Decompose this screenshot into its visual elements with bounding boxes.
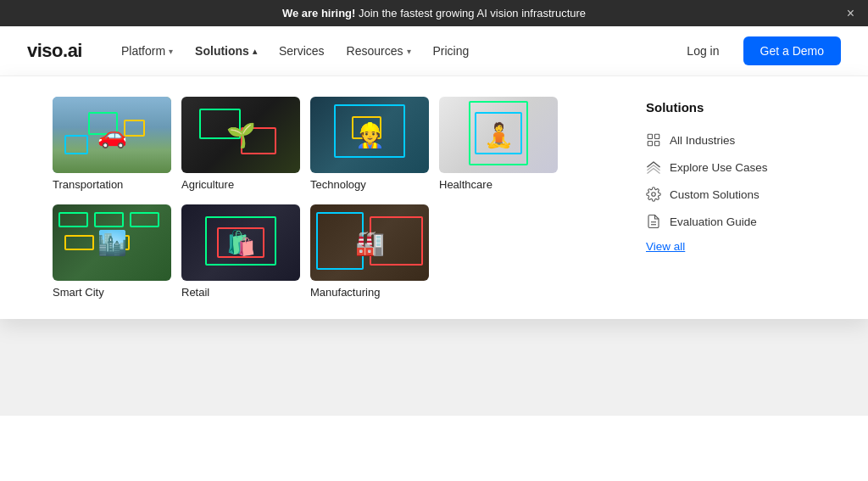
grid-icon: [646, 132, 661, 148]
solution-smart-city[interactable]: Smart City: [53, 204, 171, 299]
solution-manufacturing[interactable]: Manufacturing: [310, 204, 429, 299]
svg-rect-1: [655, 134, 659, 138]
banner-text: Join the fastest growing AI vision infra…: [359, 7, 586, 20]
navbar: viso.ai Platform ▾ Solutions ▴ Services …: [0, 26, 868, 76]
svg-rect-2: [648, 142, 652, 146]
solutions-sidebar: Solutions All Industries Explore Use Cas…: [646, 97, 815, 299]
view-all-link[interactable]: View all: [646, 240, 815, 253]
layers-icon: [646, 159, 661, 175]
announcement-banner: We are hiring! Join the fastest growing …: [0, 0, 868, 26]
demo-button[interactable]: Get a Demo: [743, 36, 841, 65]
nav-item-services[interactable]: Services: [270, 39, 333, 63]
thumb-smartcity: [53, 204, 171, 281]
solution-label-technology: Technology: [310, 178, 429, 191]
svg-rect-0: [648, 134, 652, 138]
thumb-manufacturing: [310, 204, 429, 281]
solutions-grid: Transportation Agriculture: [53, 97, 612, 299]
nav-item-resources[interactable]: Resources ▾: [338, 39, 420, 63]
thumb-retail: [181, 204, 300, 281]
solution-retail[interactable]: Retail: [181, 204, 300, 299]
doc-icon: [646, 214, 661, 229]
login-button[interactable]: Log in: [673, 37, 732, 64]
banner-close-button[interactable]: ×: [847, 6, 854, 21]
solution-label-manufacturing: Manufacturing: [310, 286, 429, 299]
svg-point-4: [652, 193, 656, 197]
platform-arrow-icon: ▾: [169, 47, 173, 56]
solution-healthcare[interactable]: Healthcare: [439, 97, 558, 191]
thumb-healthcare: [439, 97, 558, 173]
sidebar-item-explore-use-cases[interactable]: Explore Use Cases: [646, 154, 815, 181]
solution-label-retail: Retail: [181, 286, 300, 299]
dropdown-content: Transportation Agriculture: [53, 97, 815, 299]
nav-actions: Log in Get a Demo: [673, 36, 841, 65]
thumb-agriculture: [181, 97, 300, 173]
solution-agriculture[interactable]: Agriculture: [181, 97, 300, 191]
solution-label-transportation: Transportation: [53, 178, 171, 191]
gear-icon: [646, 187, 661, 202]
nav-item-solutions[interactable]: Solutions ▴: [186, 39, 265, 63]
banner-strong: We are hiring!: [282, 7, 355, 20]
sidebar-item-evaluation-guide[interactable]: Evaluation Guide: [646, 208, 815, 235]
solutions-arrow-icon: ▴: [253, 47, 257, 56]
solution-label-smart-city: Smart City: [53, 286, 171, 299]
solutions-dropdown: Transportation Agriculture: [0, 76, 868, 319]
solution-label-healthcare: Healthcare: [439, 178, 558, 191]
nav-item-platform[interactable]: Platform ▾: [113, 39, 181, 63]
nav-links: Platform ▾ Solutions ▴ Services Resource…: [113, 39, 673, 63]
sidebar-item-custom-solutions[interactable]: Custom Solutions: [646, 181, 815, 208]
thumb-transportation: [53, 97, 171, 173]
sidebar-title: Solutions: [646, 100, 815, 115]
logo[interactable]: viso.ai: [27, 40, 82, 62]
resources-arrow-icon: ▾: [407, 47, 411, 56]
solution-label-agriculture: Agriculture: [181, 178, 300, 191]
thumb-technology: [310, 97, 429, 173]
nav-item-pricing[interactable]: Pricing: [425, 39, 478, 63]
solution-transportation[interactable]: Transportation: [53, 97, 171, 191]
solution-technology[interactable]: Technology: [310, 97, 429, 191]
svg-rect-3: [655, 142, 659, 146]
sidebar-item-all-industries[interactable]: All Industries: [646, 126, 815, 154]
